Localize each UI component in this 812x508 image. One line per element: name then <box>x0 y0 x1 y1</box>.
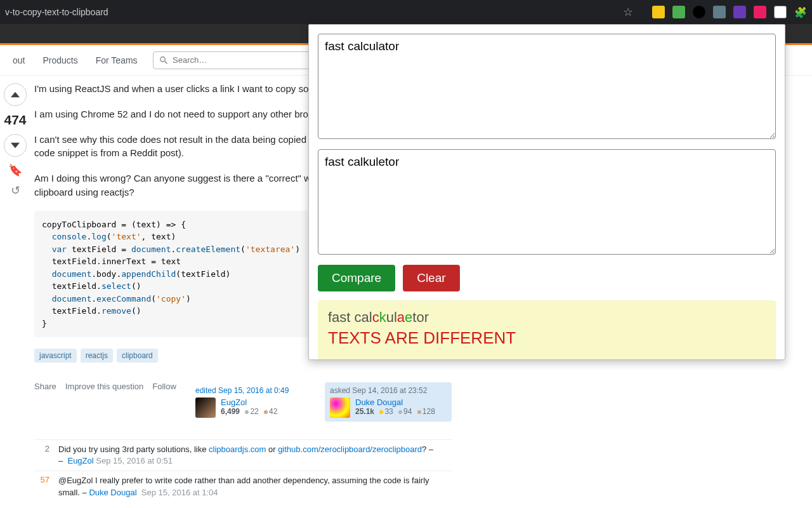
gold-badge-icon <box>379 410 383 414</box>
comment-body: @EugZol I really prefer to write code ra… <box>58 475 452 498</box>
clear-button[interactable]: Clear <box>403 265 459 291</box>
user-link[interactable]: EugZol <box>221 398 277 407</box>
upvote-button[interactable] <box>4 83 27 106</box>
silver-badge-icon <box>398 410 402 414</box>
bronze-badge-icon <box>417 410 421 414</box>
comment-author[interactable]: Duke Dougal <box>89 488 136 497</box>
extension-icon[interactable] <box>693 6 705 18</box>
comment: 57 @EugZol I really prefer to write code… <box>34 471 452 502</box>
asked-line: asked Sep 14, 2016 at 23:52 <box>330 386 447 395</box>
improve-link[interactable]: Improve this question <box>65 382 144 391</box>
comment-score: 57 <box>34 475 49 498</box>
comment-author[interactable]: EugZol <box>67 456 93 465</box>
compare-input-b[interactable] <box>318 149 776 255</box>
comment-link[interactable]: clipboardjs.com <box>209 444 266 454</box>
extension-icon-active[interactable] <box>774 6 787 18</box>
text-compare-extension-popup: Compare Clear fast calckulaetor TEXTS AR… <box>308 24 785 360</box>
extension-icon[interactable] <box>713 6 726 18</box>
vote-column: 474 🔖 ↺ <box>0 82 30 502</box>
compare-result-panel: fast calckulaetor TEXTS ARE DIFFERENT <box>318 300 776 359</box>
browser-chrome-bar: v-to-copy-text-to-clipboard ☆ 🧩 <box>0 0 812 24</box>
extension-icons-tray: 🧩 <box>652 6 807 18</box>
bookmark-icon[interactable]: 🔖 <box>8 163 22 177</box>
comment-link[interactable]: github.com/zeroclipboard/zeroclipboard <box>278 444 422 454</box>
edited-line[interactable]: edited Sep 15, 2016 at 0:49 <box>195 386 312 395</box>
comments-list: 2 Did you try using 3rd party solutions,… <box>34 439 452 502</box>
user-reputation: 6,499 22 42 <box>221 407 277 416</box>
extension-icon[interactable] <box>733 6 746 18</box>
extensions-puzzle-icon[interactable]: 🧩 <box>794 6 807 18</box>
vote-score: 474 <box>4 112 26 128</box>
editor-card: edited Sep 15, 2016 at 0:49 EugZol 6,499… <box>190 382 317 422</box>
avatar[interactable] <box>330 398 350 418</box>
asker-card: asked Sep 14, 2016 at 23:52 Duke Dougal … <box>325 382 452 422</box>
compare-input-a[interactable] <box>318 34 776 139</box>
comment-time: Sep 15, 2016 at 1:04 <box>141 488 218 497</box>
comment-body: Did you try using 3rd party solutions, l… <box>58 444 452 467</box>
tag[interactable]: clipboard <box>117 349 158 363</box>
history-icon[interactable]: ↺ <box>11 184 20 197</box>
nav-for-teams[interactable]: For Teams <box>96 55 138 65</box>
tag[interactable]: javascript <box>34 349 77 363</box>
search-icon <box>159 55 169 66</box>
share-link[interactable]: Share <box>34 382 56 391</box>
search-input[interactable] <box>173 55 325 65</box>
compare-buttons: Compare Clear <box>318 265 776 291</box>
comment-time: Sep 15, 2016 at 0:51 <box>96 456 173 465</box>
extension-icon[interactable] <box>672 6 685 18</box>
extension-icon[interactable] <box>754 6 766 18</box>
url-fragment: v-to-copy-text-to-clipboard <box>5 7 108 17</box>
comment: 2 Did you try using 3rd party solutions,… <box>34 439 452 471</box>
comment-score: 2 <box>34 444 49 467</box>
bookmark-star-icon[interactable]: ☆ <box>623 5 633 19</box>
bronze-badge-icon <box>264 410 268 414</box>
follow-link[interactable]: Follow <box>152 382 176 391</box>
user-reputation: 25.1k 33 94 128 <box>355 407 435 416</box>
site-search[interactable] <box>153 51 331 69</box>
downvote-button[interactable] <box>4 134 27 157</box>
silver-badge-icon <box>245 410 249 414</box>
user-link[interactable]: Duke Dougal <box>355 398 435 407</box>
avatar[interactable] <box>195 398 216 418</box>
compare-verdict: TEXTS ARE DIFFERENT <box>328 328 766 348</box>
nav-products[interactable]: Products <box>43 55 77 65</box>
nav-about[interactable]: out <box>13 55 25 65</box>
diff-output: fast calckulaetor <box>328 309 766 326</box>
tag[interactable]: reactjs <box>81 349 113 363</box>
compare-button[interactable]: Compare <box>318 265 395 291</box>
extension-icon[interactable] <box>652 6 665 18</box>
